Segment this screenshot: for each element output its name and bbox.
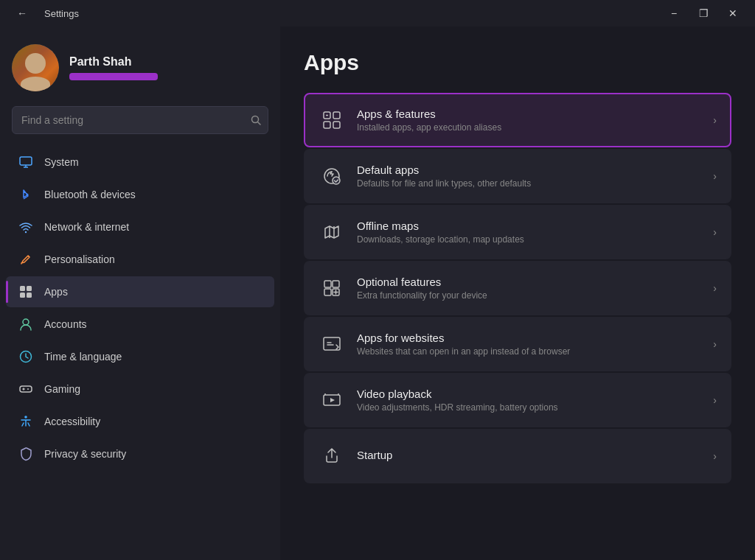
- sidebar-item-label-bluetooth: Bluetooth & devices: [44, 189, 136, 200]
- close-button[interactable]: ✕: [720, 3, 746, 24]
- network-icon: [18, 219, 34, 235]
- settings-list: Apps & features Installed apps, app exec…: [304, 93, 731, 483]
- apps-features-text: Apps & features Installed apps, app exec…: [357, 108, 701, 133]
- svg-rect-21: [333, 122, 340, 128]
- offline-maps-title: Offline maps: [357, 220, 701, 232]
- svg-point-15: [27, 388, 29, 390]
- sidebar-item-apps[interactable]: Apps: [6, 276, 274, 307]
- settings-item-video-playback[interactable]: Video playback Video adjustments, HDR st…: [304, 373, 731, 427]
- sidebar-item-label-accessibility: Accessibility: [44, 416, 100, 427]
- video-playback-title: Video playback: [357, 388, 701, 400]
- titlebar-controls: − ❐ ✕: [661, 3, 746, 24]
- default-apps-title: Default apps: [357, 164, 701, 176]
- bluetooth-icon: [18, 186, 34, 203]
- titlebar-title: Settings: [44, 8, 79, 19]
- sidebar-item-label-gaming: Gaming: [44, 383, 80, 395]
- user-profile[interactable]: Parth Shah: [0, 38, 280, 106]
- search-input[interactable]: [12, 106, 268, 134]
- svg-rect-20: [324, 122, 330, 128]
- pencil-icon: [18, 251, 34, 267]
- svg-rect-8: [20, 293, 25, 298]
- sidebar-item-bluetooth[interactable]: Bluetooth & devices: [6, 179, 274, 210]
- chevron-right-icon: ›: [713, 226, 717, 238]
- svg-marker-36: [330, 398, 335, 402]
- apps-websites-title: Apps for websites: [357, 332, 701, 344]
- sidebar-item-label-privacy: Privacy & security: [44, 448, 126, 460]
- svg-rect-28: [324, 289, 331, 295]
- minimize-button[interactable]: −: [661, 3, 687, 24]
- settings-item-apps-websites[interactable]: Apps for websites Websites that can open…: [304, 317, 731, 371]
- svg-rect-9: [27, 293, 32, 298]
- default-apps-icon: [319, 163, 345, 189]
- titlebar-left: ← Settings: [9, 3, 79, 24]
- startup-text: Startup: [357, 449, 701, 463]
- svg-rect-27: [333, 281, 339, 287]
- sidebar-item-label-accounts: Accounts: [44, 318, 87, 330]
- chevron-right-icon: ›: [713, 394, 717, 406]
- app-layout: Parth Shah System: [0, 27, 755, 560]
- svg-point-5: [25, 231, 27, 233]
- sidebar-item-network[interactable]: Network & internet: [6, 211, 274, 242]
- settings-item-optional-features[interactable]: Optional features Extra functionality fo…: [304, 261, 731, 315]
- monitor-icon: [18, 154, 34, 170]
- chevron-right-icon: ›: [713, 338, 717, 350]
- video-playback-text: Video playback Video adjustments, HDR st…: [357, 388, 701, 413]
- svg-rect-26: [324, 281, 331, 287]
- accounts-icon: [18, 316, 34, 332]
- settings-item-startup[interactable]: Startup ›: [304, 429, 731, 483]
- svg-line-1: [258, 122, 261, 125]
- search-box: [12, 106, 268, 134]
- apps-icon: [18, 284, 34, 300]
- chevron-right-icon: ›: [713, 282, 717, 294]
- settings-item-default-apps[interactable]: Default apps Defaults for file and link …: [304, 149, 731, 203]
- sidebar-item-accessibility[interactable]: Accessibility: [6, 406, 274, 437]
- apps-features-icon: [319, 107, 345, 133]
- offline-maps-icon: [319, 219, 345, 245]
- optional-features-icon: [319, 275, 345, 301]
- svg-rect-19: [333, 112, 340, 119]
- gaming-icon: [18, 381, 34, 397]
- back-button[interactable]: ←: [9, 3, 35, 24]
- optional-features-title: Optional features: [357, 276, 701, 288]
- startup-title: Startup: [357, 449, 701, 461]
- page-title: Apps: [304, 50, 731, 75]
- avatar: [12, 44, 59, 91]
- sidebar-item-label-apps: Apps: [44, 286, 68, 298]
- sidebar-item-accounts[interactable]: Accounts: [6, 309, 274, 340]
- content-area: Apps Apps & features Installed apps, app…: [280, 27, 755, 560]
- optional-features-text: Optional features Extra functionality fo…: [357, 276, 701, 301]
- video-playback-icon: [319, 387, 345, 413]
- apps-websites-text: Apps for websites Websites that can open…: [357, 332, 701, 357]
- sidebar-item-label-network: Network & internet: [44, 221, 129, 233]
- svg-rect-12: [20, 386, 32, 392]
- svg-rect-6: [20, 286, 25, 291]
- sidebar-item-label-system: System: [44, 156, 79, 168]
- svg-point-35: [338, 393, 339, 395]
- chevron-right-icon: ›: [713, 114, 717, 126]
- svg-point-34: [324, 393, 326, 395]
- sidebar-item-gaming[interactable]: Gaming: [6, 374, 274, 405]
- titlebar: ← Settings − ❐ ✕: [0, 0, 755, 27]
- svg-point-23: [333, 177, 340, 184]
- sidebar-item-personalisation[interactable]: Personalisation: [6, 244, 274, 275]
- settings-item-apps-features[interactable]: Apps & features Installed apps, app exec…: [304, 93, 731, 147]
- sidebar-item-time[interactable]: Time & language: [6, 341, 274, 372]
- sidebar-item-privacy[interactable]: Privacy & security: [6, 438, 274, 469]
- search-icon: [251, 115, 261, 125]
- apps-websites-icon: [319, 331, 345, 357]
- maximize-button[interactable]: ❐: [690, 3, 717, 24]
- sidebar-item-system[interactable]: System: [6, 147, 274, 178]
- startup-icon: [319, 443, 345, 469]
- svg-point-10: [23, 319, 29, 325]
- time-icon: [18, 349, 34, 365]
- user-info: Parth Shah: [69, 55, 158, 80]
- apps-features-title: Apps & features: [357, 108, 701, 120]
- apps-websites-desc: Websites that can open in an app instead…: [357, 346, 701, 357]
- svg-rect-7: [27, 286, 32, 291]
- user-name: Parth Shah: [69, 55, 158, 69]
- accessibility-icon: [18, 413, 34, 430]
- settings-item-offline-maps[interactable]: Offline maps Downloads, storage location…: [304, 205, 731, 259]
- default-apps-text: Default apps Defaults for file and link …: [357, 164, 701, 189]
- chevron-right-icon: ›: [713, 170, 717, 182]
- default-apps-desc: Defaults for file and link types, other …: [357, 178, 701, 189]
